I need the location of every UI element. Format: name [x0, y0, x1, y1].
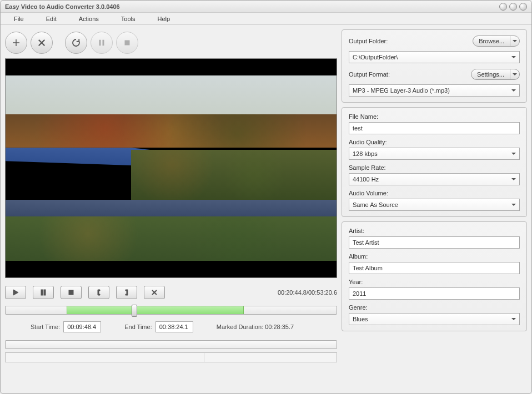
range-thumb[interactable] — [132, 305, 137, 317]
artist-label: Artist: — [349, 228, 520, 234]
output-folder-value: C:\OutputFolder\ — [353, 54, 398, 60]
filename-label: File Name: — [349, 113, 520, 120]
artist-value: Test Artist — [353, 239, 379, 246]
volume-value: Same As Source — [353, 201, 398, 208]
year-value: 2011 — [353, 290, 366, 297]
menu-actions[interactable]: Actions — [68, 14, 110, 24]
status-cell-1 — [6, 353, 204, 362]
sample-rate-label: Sample Rate: — [349, 164, 520, 171]
minimize-button[interactable] — [499, 3, 507, 11]
add-button[interactable] — [5, 32, 27, 54]
app-window: Easy Video to Audio Converter 3.0.0406 F… — [0, 0, 532, 394]
menu-edit[interactable]: Edit — [35, 14, 68, 24]
audio-panel: File Name: test Audio Quality: 128 kbps … — [342, 107, 527, 217]
range-slider[interactable] — [5, 306, 337, 315]
pause-convert-button[interactable] — [91, 32, 113, 54]
clear-marks-button[interactable] — [144, 286, 165, 299]
browse-button[interactable]: Browse... — [473, 36, 520, 47]
pause-icon — [40, 289, 47, 296]
menu-help[interactable]: Help — [146, 14, 181, 24]
output-format-value: MP3 - MPEG Layer-3 Audio (*.mp3) — [353, 87, 450, 94]
stop-button[interactable] — [61, 286, 82, 299]
tags-panel: Artist: Test Artist Album: Test Album Ye… — [342, 221, 527, 331]
output-folder-label: Output Folder: — [349, 38, 388, 44]
maximize-button[interactable] — [509, 3, 517, 11]
quality-select[interactable]: 128 kbps — [349, 148, 520, 160]
genre-label: Genre: — [349, 304, 520, 311]
settings-button[interactable]: Settings... — [471, 69, 520, 80]
chevron-down-icon — [511, 203, 516, 207]
start-time-value[interactable]: 00:09:48.4 — [63, 321, 101, 332]
year-input[interactable]: 2011 — [349, 287, 520, 300]
status-bar — [5, 352, 337, 362]
svg-rect-1 — [103, 40, 104, 46]
quality-value: 128 kbps — [353, 150, 378, 157]
chevron-down-icon — [510, 39, 519, 43]
remove-button[interactable] — [31, 32, 53, 54]
volume-select[interactable]: Same As Source — [349, 199, 520, 211]
menu-file[interactable]: File — [3, 14, 35, 24]
window-title: Easy Video to Audio Converter 3.0.0406 — [5, 3, 120, 10]
album-value: Test Album — [353, 265, 383, 271]
svg-rect-0 — [99, 40, 101, 46]
chevron-down-icon — [511, 55, 516, 59]
settings-label: Settings... — [471, 69, 510, 79]
right-pane: Output Folder: Browse... C:\OutputFolder… — [342, 29, 527, 389]
close-button[interactable] — [519, 3, 527, 11]
volume-label: Audio Volume: — [349, 190, 520, 196]
status-cell-2 — [204, 353, 337, 362]
play-button[interactable] — [5, 286, 26, 299]
genre-select[interactable]: Blues — [349, 313, 520, 325]
quality-label: Audio Quality: — [349, 139, 520, 145]
stop-icon — [122, 38, 132, 48]
mark-end-button[interactable] — [116, 286, 137, 299]
svg-rect-3 — [41, 290, 43, 295]
filename-value: test — [353, 125, 363, 132]
time-readout: 00:20:44.8/00:53:20.6 — [278, 289, 337, 296]
sample-rate-value: 44100 Hz — [353, 176, 379, 183]
convert-button[interactable] — [65, 32, 87, 54]
stop-icon — [68, 289, 74, 296]
times-row: Start Time: 00:09:48.4 End Time: 00:38:2… — [5, 321, 337, 332]
chevron-down-icon — [510, 72, 519, 77]
pause-button[interactable] — [33, 286, 54, 299]
video-preview — [5, 58, 337, 278]
end-time-value[interactable]: 00:38:24.1 — [155, 321, 193, 332]
chevron-down-icon — [511, 151, 516, 156]
x-icon — [151, 289, 158, 296]
titlebar: Easy Video to Audio Converter 3.0.0406 — [1, 1, 531, 13]
menu-tools[interactable]: Tools — [110, 14, 147, 24]
svg-rect-5 — [69, 290, 73, 295]
output-format-select[interactable]: MP3 - MPEG Layer-3 Audio (*.mp3) — [349, 84, 520, 97]
stop-convert-button[interactable] — [116, 32, 138, 54]
bracket-right-icon — [123, 289, 130, 296]
window-buttons — [499, 3, 527, 11]
filename-input[interactable]: test — [349, 122, 520, 134]
progress-bar — [5, 340, 337, 349]
left-pane: 00:20:44.8/00:53:20.6 Start Time: 00:09:… — [5, 29, 337, 389]
year-label: Year: — [349, 279, 520, 285]
mark-start-button[interactable] — [88, 286, 109, 299]
marked-duration-label: Marked Duration: 00:28:35.7 — [217, 324, 294, 330]
output-format-label: Output Format: — [349, 71, 390, 78]
output-folder-select[interactable]: C:\OutputFolder\ — [349, 51, 520, 63]
x-icon — [37, 38, 47, 48]
album-label: Album: — [349, 253, 520, 260]
toolbar — [5, 29, 337, 58]
range-selection — [67, 306, 244, 314]
menubar: File Edit Actions Tools Help — [1, 13, 531, 25]
output-panel: Output Folder: Browse... C:\OutputFolder… — [342, 29, 527, 103]
chevron-down-icon — [511, 317, 516, 321]
transport-controls: 00:20:44.8/00:53:20.6 — [5, 286, 337, 299]
artist-input[interactable]: Test Artist — [349, 236, 520, 249]
refresh-icon — [71, 38, 81, 48]
video-frame — [6, 75, 337, 261]
start-time-label: Start Time: — [31, 324, 60, 330]
svg-rect-2 — [125, 41, 130, 46]
sample-rate-select[interactable]: 44100 Hz — [349, 173, 520, 185]
browse-label: Browse... — [473, 36, 510, 46]
album-input[interactable]: Test Album — [349, 262, 520, 274]
chevron-down-icon — [511, 177, 516, 181]
bracket-left-icon — [96, 289, 102, 296]
pause-icon — [97, 38, 107, 48]
